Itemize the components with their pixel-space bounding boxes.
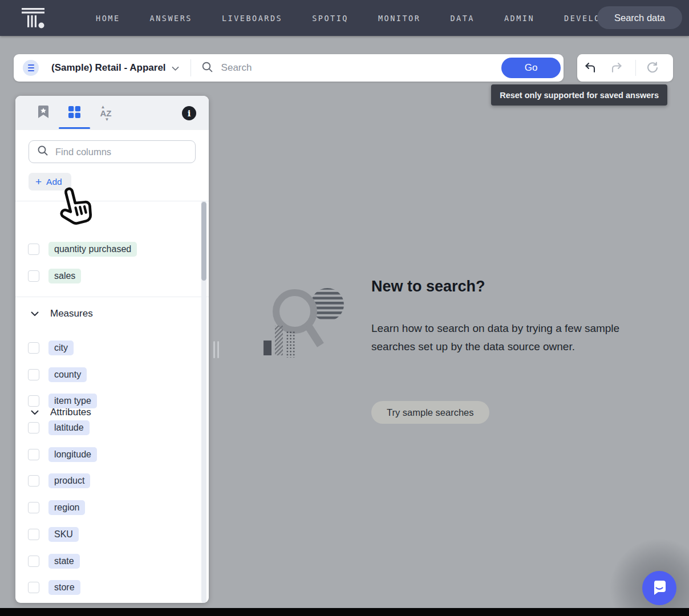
- search-bar: (Sample) Retail - Apparel Search Go: [14, 54, 564, 82]
- reset-icon[interactable]: [639, 61, 666, 75]
- column-checkbox[interactable]: [28, 582, 39, 593]
- empty-state-title: New to search?: [371, 278, 485, 295]
- column-row: product: [15, 471, 209, 491]
- column-tag[interactable]: county: [48, 367, 87, 382]
- column-checkbox[interactable]: [28, 475, 39, 487]
- find-columns-input[interactable]: [55, 147, 181, 157]
- column-row: county: [15, 365, 209, 384]
- column-row: item type: [15, 391, 209, 411]
- add-column-button[interactable]: + Add: [29, 173, 71, 191]
- column-tag[interactable]: sales: [48, 269, 81, 283]
- chat-bubble-button[interactable]: [642, 571, 676, 605]
- active-tab-indicator: [59, 127, 90, 129]
- column-checkbox[interactable]: [28, 244, 39, 255]
- divider: [15, 201, 209, 201]
- column-checkbox[interactable]: [28, 529, 39, 540]
- column-checkbox[interactable]: [28, 369, 39, 380]
- column-row: latitude: [15, 418, 209, 437]
- column-row: sales: [15, 266, 209, 286]
- panel-resize-handle[interactable]: [213, 341, 219, 358]
- find-columns-box: [29, 140, 196, 163]
- column-checkbox[interactable]: [28, 395, 39, 407]
- column-checkbox[interactable]: [28, 422, 39, 433]
- tab-az-sort[interactable]: AZ▲▼: [90, 96, 121, 130]
- column-checkbox[interactable]: [28, 556, 39, 567]
- bottom-bar: [0, 608, 689, 616]
- column-row: city: [15, 338, 209, 358]
- panel-tabs: AZ▲▼ i: [15, 96, 209, 130]
- chat-icon: [651, 579, 668, 598]
- answer-actions: [577, 54, 673, 82]
- column-checkbox[interactable]: [28, 502, 39, 513]
- chevron-down-icon: [31, 309, 39, 319]
- column-tag[interactable]: SKU: [48, 527, 79, 542]
- divider: [635, 60, 636, 76]
- thoughtspot-logo-icon[interactable]: [19, 6, 48, 30]
- search-illustration: [258, 277, 355, 382]
- go-button[interactable]: Go: [501, 58, 561, 78]
- tab-saved-searches[interactable]: [27, 96, 59, 130]
- panel-scrollbar-thumb[interactable]: [201, 202, 206, 281]
- plus-icon: +: [35, 176, 42, 187]
- hamburger-icon: [28, 64, 34, 71]
- add-label: Add: [46, 177, 62, 187]
- column-tag[interactable]: longitude: [48, 447, 97, 462]
- info-icon[interactable]: i: [182, 106, 196, 120]
- column-tag[interactable]: region: [48, 500, 85, 515]
- divider: [15, 297, 209, 297]
- az-sort-icon: AZ▲▼: [100, 109, 112, 117]
- search-data-button[interactable]: Search data: [597, 6, 682, 29]
- nav-item-answers[interactable]: ANSWERS: [135, 8, 207, 29]
- try-sample-searches-button[interactable]: Try sample searches: [371, 401, 489, 424]
- column-row: SKU: [15, 525, 209, 544]
- column-row: state: [15, 552, 209, 571]
- undo-icon[interactable]: [577, 61, 603, 75]
- column-tag[interactable]: latitude: [48, 420, 90, 435]
- column-checkbox[interactable]: [28, 342, 39, 354]
- column-tag[interactable]: item type: [48, 394, 97, 408]
- search-icon: [37, 145, 48, 159]
- column-tag[interactable]: state: [48, 554, 80, 569]
- chevron-down-icon[interactable]: [172, 63, 179, 74]
- column-row: longitude: [15, 445, 209, 464]
- nav-item-admin[interactable]: ADMIN: [489, 8, 549, 29]
- data-source-name[interactable]: (Sample) Retail - Apparel: [51, 62, 166, 74]
- data-source-icon[interactable]: [23, 60, 39, 76]
- column-row: region: [15, 498, 209, 517]
- bookmark-icon: [37, 105, 50, 121]
- column-checkbox[interactable]: [28, 270, 39, 282]
- columns-panel: AZ▲▼ i + Add Measures quantity purchased…: [15, 96, 209, 603]
- nav-item-liveboards[interactable]: LIVEBOARDS: [207, 8, 297, 29]
- search-icon: [201, 61, 213, 75]
- column-tag[interactable]: store: [48, 580, 80, 595]
- tab-columns-grid[interactable]: [59, 96, 90, 130]
- empty-state-description: Learn how to search on data by trying a …: [371, 319, 625, 355]
- nav-item-home[interactable]: HOME: [81, 8, 135, 29]
- top-nav: HOME ANSWERS LIVEBOARDS SPOTIQ MONITOR D…: [0, 0, 689, 36]
- nav-item-data[interactable]: DATA: [435, 8, 489, 29]
- column-checkbox[interactable]: [28, 449, 39, 460]
- grid-icon: [68, 106, 81, 121]
- redo-icon[interactable]: [603, 61, 630, 75]
- reset-tooltip: Reset only supported for saved answers: [491, 84, 667, 106]
- column-tag[interactable]: city: [48, 341, 74, 355]
- section-label: Measures: [50, 308, 93, 319]
- measures-section-header[interactable]: Measures: [15, 305, 209, 323]
- nav-item-spotiq[interactable]: SPOTIQ: [297, 8, 363, 29]
- nav-menu: HOME ANSWERS LIVEBOARDS SPOTIQ MONITOR D…: [81, 8, 621, 29]
- column-tag[interactable]: product: [48, 473, 90, 488]
- column-row: quantity purchased: [15, 240, 209, 259]
- divider: [191, 59, 191, 76]
- column-tag[interactable]: quantity purchased: [48, 242, 137, 257]
- column-row: store: [15, 578, 209, 597]
- nav-item-monitor[interactable]: MONITOR: [363, 8, 435, 29]
